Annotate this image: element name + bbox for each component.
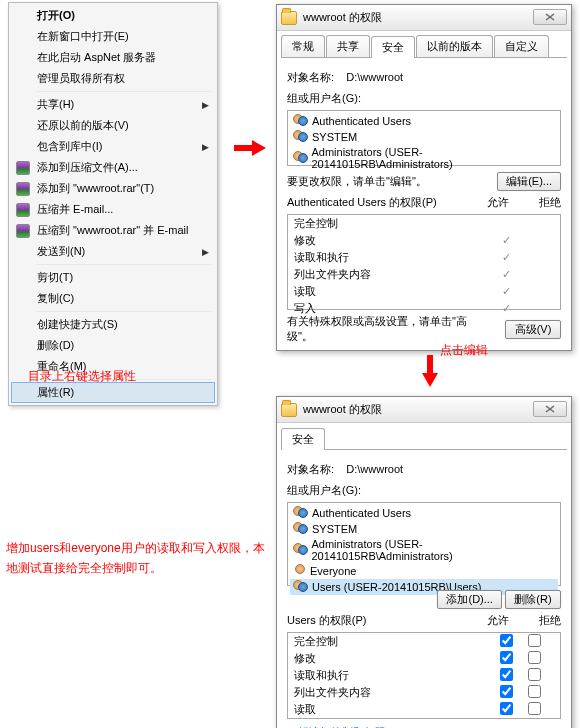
folder-icon (281, 403, 297, 417)
remove-button[interactable]: 删除(R) (505, 590, 561, 609)
tab[interactable]: 安全 (371, 36, 415, 58)
deny-label: 拒绝 (539, 195, 561, 210)
submenu-arrow-icon: ▶ (202, 247, 209, 257)
menu-item[interactable]: 发送到(N)▶ (11, 241, 215, 262)
context-menu: 打开(O)在新窗口中打开(E)在此启动 AspNet 服务器管理员取得所有权共享… (8, 2, 218, 406)
advanced-button[interactable]: 高级(V) (505, 320, 561, 339)
object-name-row: 对象名称: D:\wwwroot (287, 462, 561, 477)
object-name-row: 对象名称: D:\wwwroot (287, 70, 561, 85)
menu-item[interactable]: 添加到 "wwwroot.rar"(T) (11, 178, 215, 199)
allow-checkbox[interactable] (500, 651, 513, 664)
menu-item-label: 管理员取得所有权 (37, 71, 125, 86)
menu-item[interactable]: 在此启动 AspNet 服务器 (11, 47, 215, 68)
deny-checkbox[interactable] (528, 634, 541, 647)
menu-item[interactable]: 添加到压缩文件(A)... (11, 157, 215, 178)
titlebar[interactable]: wwwroot 的权限 (277, 397, 571, 423)
deny-checkbox[interactable] (528, 668, 541, 681)
menu-item-label: 属性(R) (37, 385, 74, 400)
folder-icon (281, 11, 297, 25)
menu-item[interactable]: 管理员取得所有权 (11, 68, 215, 89)
user-listbox[interactable]: Authenticated UsersSYSTEMAdministrators … (287, 110, 561, 166)
permission-label: 读取 (294, 702, 492, 717)
menu-item-label: 复制(C) (37, 291, 74, 306)
menu-item[interactable]: 包含到库中(I)▶ (11, 136, 215, 157)
user-row[interactable]: Administrators (USER-20141015RB\Administ… (290, 537, 558, 563)
menu-item[interactable]: 压缩到 "wwwroot.rar" 并 E-mail (11, 220, 215, 241)
properties-dialog-2: wwwroot 的权限 安全 对象名称: D:\wwwroot 组或用户名(G)… (276, 396, 572, 728)
tab[interactable]: 自定义 (494, 35, 549, 57)
add-button[interactable]: 添加(D)... (437, 590, 501, 609)
menu-item-label: 在新窗口中打开(E) (37, 29, 129, 44)
user-row[interactable]: Administrators (USER-20141015RB\Administ… (290, 145, 558, 171)
submenu-arrow-icon: ▶ (202, 100, 209, 110)
menu-item[interactable]: 还原以前的版本(V) (11, 115, 215, 136)
menu-item[interactable]: 打开(O) (11, 5, 215, 26)
arrow-down-icon (422, 355, 438, 387)
menu-item[interactable]: 在新窗口中打开(E) (11, 26, 215, 47)
deny-checkbox[interactable] (528, 651, 541, 664)
close-button[interactable] (533, 9, 567, 25)
menu-item[interactable]: 压缩并 E-mail... (11, 199, 215, 220)
rar-icon (15, 160, 31, 176)
allow-checkbox[interactable] (500, 634, 513, 647)
user-listbox[interactable]: Authenticated UsersSYSTEMAdministrators … (287, 502, 561, 586)
permission-label: 修改 (294, 233, 492, 248)
user-row[interactable]: SYSTEM (290, 521, 558, 537)
deny-checkbox[interactable] (528, 702, 541, 715)
allow-check-icon: ✓ (492, 302, 520, 315)
user-row[interactable]: Everyone (290, 563, 558, 579)
menu-item-label: 发送到(N) (37, 244, 85, 259)
user-row[interactable]: SYSTEM (290, 129, 558, 145)
group-icon (292, 114, 308, 128)
menu-separator (37, 311, 211, 312)
perm-header-label: Users 的权限(P) (287, 613, 366, 628)
permission-row: 读取和执行✓ (288, 249, 560, 266)
permission-label: 完全控制 (294, 634, 492, 649)
permission-row: 修改 (288, 650, 560, 667)
permission-label: 列出文件夹内容 (294, 267, 492, 282)
permission-row: 完全控制 (288, 633, 560, 650)
permission-row: 列出文件夹内容✓ (288, 266, 560, 283)
allow-checkbox[interactable] (500, 702, 513, 715)
deny-label: 拒绝 (539, 613, 561, 628)
menu-item-label: 添加到压缩文件(A)... (37, 160, 138, 175)
permission-row: 读取✓ (288, 283, 560, 300)
allow-check-icon: ✓ (492, 268, 520, 281)
special-hint: 有关特殊权限或高级设置，请单击"高级"。 (287, 314, 467, 344)
menu-item-label: 添加到 "wwwroot.rar"(T) (37, 181, 154, 196)
permission-label: 读取和执行 (294, 250, 492, 265)
permission-label: 列出文件夹内容 (294, 685, 492, 700)
tab[interactable]: 常规 (281, 35, 325, 57)
menu-item[interactable]: 属性(R) (11, 382, 215, 403)
menu-item[interactable]: 创建快捷方式(S) (11, 314, 215, 335)
close-button[interactable] (533, 401, 567, 417)
permission-row: 修改✓ (288, 232, 560, 249)
menu-item[interactable]: 复制(C) (11, 288, 215, 309)
user-row[interactable]: Authenticated Users (290, 113, 558, 129)
permission-label: 完全控制 (294, 216, 492, 231)
menu-item[interactable]: 删除(D) (11, 335, 215, 356)
tabs: 安全 (281, 427, 567, 450)
deny-checkbox[interactable] (528, 685, 541, 698)
rar-icon (15, 223, 31, 239)
user-row[interactable]: Authenticated Users (290, 505, 558, 521)
permission-label: 读取和执行 (294, 668, 492, 683)
permission-list[interactable]: 完全控制修改✓读取和执行✓列出文件夹内容✓读取✓写入✓ (287, 214, 561, 310)
annotation-step2: 点击编辑 (440, 342, 488, 359)
menu-item-label: 共享(H) (37, 97, 74, 112)
edit-button[interactable]: 编辑(E)... (497, 172, 561, 191)
user-name: Administrators (USER-20141015RB\Administ… (312, 146, 557, 170)
permission-list[interactable]: 完全控制修改读取和执行列出文件夹内容读取 (287, 632, 561, 719)
allow-checkbox[interactable] (500, 668, 513, 681)
allow-checkbox[interactable] (500, 685, 513, 698)
arrow-right-icon (234, 140, 266, 156)
user-name: Everyone (310, 565, 356, 577)
tab[interactable]: 共享 (326, 35, 370, 57)
menu-item[interactable]: 共享(H)▶ (11, 94, 215, 115)
rar-icon (15, 202, 31, 218)
permission-row: 读取 (288, 701, 560, 718)
menu-item[interactable]: 剪切(T) (11, 267, 215, 288)
tab-security[interactable]: 安全 (281, 428, 325, 450)
tab[interactable]: 以前的版本 (416, 35, 493, 57)
titlebar[interactable]: wwwroot 的权限 (277, 5, 571, 31)
